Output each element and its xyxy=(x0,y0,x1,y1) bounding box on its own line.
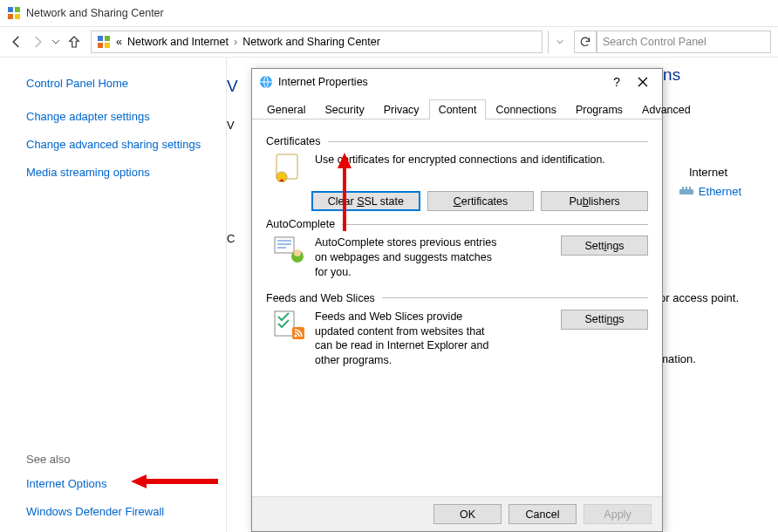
svg-rect-0 xyxy=(8,7,13,12)
svg-rect-4 xyxy=(98,36,103,41)
see-also-heading: See also xyxy=(26,453,164,466)
apply-button: Apply xyxy=(584,504,652,524)
chevron-down-icon xyxy=(556,38,564,46)
dialog-title: Internet Properties xyxy=(278,76,603,88)
close-icon xyxy=(638,77,648,87)
group-autocomplete: AutoComplete xyxy=(266,218,648,230)
recent-dropdown[interactable] xyxy=(51,37,61,47)
link-media-streaming[interactable]: Media streaming options xyxy=(26,165,217,181)
link-ethernet[interactable]: Ethernet xyxy=(679,185,741,198)
ethernet-label: Ethernet xyxy=(699,185,741,198)
cancel-button[interactable]: Cancel xyxy=(508,504,577,524)
autocomplete-icon xyxy=(273,235,306,265)
breadcrumb: « Network and Internet › Network and Sha… xyxy=(116,36,380,48)
annotation-arrow-left xyxy=(131,474,218,488)
address-dropdown[interactable] xyxy=(548,31,570,53)
breadcrumb-item[interactable]: Network and Sharing Center xyxy=(242,36,380,48)
internet-options-icon xyxy=(259,75,273,89)
tab-connections[interactable]: Connections xyxy=(486,99,566,119)
tab-strip: General Security Privacy Content Connect… xyxy=(252,99,662,119)
ok-button[interactable]: OK xyxy=(433,504,502,524)
group-certificates: Certificates xyxy=(266,135,648,147)
breadcrumb-prefix: « xyxy=(116,36,122,48)
feeds-desc: Feeds and Web Slices provide updated con… xyxy=(315,310,498,369)
autocomplete-desc: AutoComplete stores previous entries on … xyxy=(315,235,498,280)
control-panel-icon xyxy=(97,35,111,49)
peek-text: C xyxy=(227,232,235,245)
svg-marker-22 xyxy=(131,474,218,488)
window-title: Network and Sharing Center xyxy=(26,7,164,19)
tab-content[interactable]: Content xyxy=(429,99,487,119)
svg-rect-6 xyxy=(98,43,103,48)
window-title-bar: Network and Sharing Center xyxy=(0,0,778,26)
tab-advanced[interactable]: Advanced xyxy=(632,99,700,119)
forward-button[interactable] xyxy=(30,34,45,50)
svg-rect-5 xyxy=(105,36,110,41)
svg-marker-21 xyxy=(338,153,351,231)
svg-rect-10 xyxy=(686,187,687,190)
svg-point-17 xyxy=(294,249,301,256)
link-change-advanced-sharing[interactable]: Change advanced sharing settings xyxy=(26,137,217,153)
autocomplete-settings-button[interactable]: Settings xyxy=(561,235,648,256)
tab-privacy[interactable]: Privacy xyxy=(374,99,429,119)
tab-general[interactable]: General xyxy=(257,99,315,119)
ethernet-icon xyxy=(679,187,693,197)
control-panel-icon xyxy=(7,6,21,20)
link-windows-defender-firewall[interactable]: Windows Defender Firewall xyxy=(26,504,164,520)
tab-security[interactable]: Security xyxy=(315,99,373,119)
link-control-panel-home[interactable]: Control Panel Home xyxy=(26,77,217,90)
breadcrumb-item[interactable]: Network and Internet xyxy=(127,36,229,48)
internet-properties-dialog: Internet Properties ? General Security P… xyxy=(251,68,663,532)
dialog-title-bar: Internet Properties ? xyxy=(252,69,662,95)
back-button[interactable] xyxy=(9,34,24,50)
search-placeholder: Search Control Panel xyxy=(603,36,706,48)
refresh-button[interactable] xyxy=(574,31,597,53)
certificates-button[interactable]: Certificates xyxy=(427,191,535,211)
nav-row: « Network and Internet › Network and Sha… xyxy=(0,26,778,58)
svg-rect-9 xyxy=(682,187,684,190)
address-bar[interactable]: « Network and Internet › Network and Sha… xyxy=(91,31,543,53)
peek-text: V xyxy=(227,119,235,132)
chevron-right-icon: › xyxy=(234,36,237,48)
network-label: Internet xyxy=(689,166,727,179)
publishers-button[interactable]: Publishers xyxy=(541,191,648,211)
certificates-desc: Use certificates for encrypted connectio… xyxy=(315,153,605,182)
help-button[interactable]: ? xyxy=(603,75,631,89)
svg-point-20 xyxy=(294,334,297,337)
clear-ssl-state-button[interactable]: Clear SSL state xyxy=(311,191,420,211)
link-change-adapter[interactable]: Change adapter settings xyxy=(26,109,217,125)
refresh-icon xyxy=(579,36,591,48)
dialog-body: Certificates Use certificates for encryp… xyxy=(252,119,662,494)
svg-rect-11 xyxy=(689,187,691,190)
certificate-icon xyxy=(273,153,306,182)
svg-rect-1 xyxy=(15,7,20,12)
peek-heading-left: V xyxy=(227,77,238,96)
feeds-icon xyxy=(273,310,306,339)
svg-rect-2 xyxy=(8,14,13,19)
svg-rect-15 xyxy=(275,237,294,253)
search-input[interactable]: Search Control Panel xyxy=(597,31,771,53)
dialog-footer: OK Cancel Apply xyxy=(252,496,662,531)
close-button[interactable] xyxy=(631,73,655,91)
tab-programs[interactable]: Programs xyxy=(566,99,632,119)
svg-rect-3 xyxy=(15,14,20,19)
svg-rect-7 xyxy=(105,43,110,48)
annotation-arrow-up xyxy=(336,153,353,231)
feeds-settings-button[interactable]: Settings xyxy=(561,310,648,330)
left-pane: Control Panel Home Change adapter settin… xyxy=(0,58,227,532)
up-button[interactable] xyxy=(66,34,82,50)
group-feeds: Feeds and Web Slices xyxy=(266,292,648,304)
